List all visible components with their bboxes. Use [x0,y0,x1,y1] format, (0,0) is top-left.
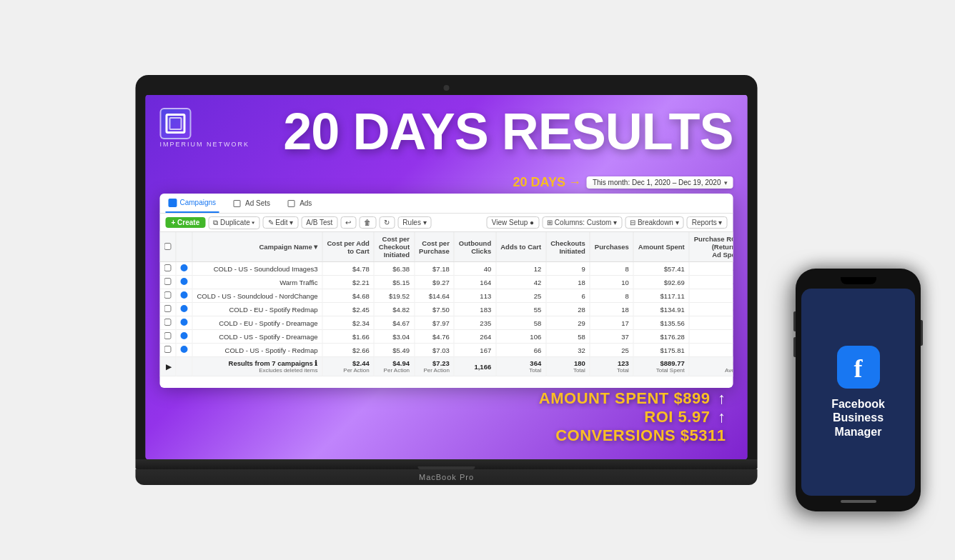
row-purchases: 18 [590,303,633,316]
row-checkbox[interactable] [160,330,177,344]
row-cpp: $4.76 [415,330,455,344]
table-row[interactable]: COLD - US - Soundcloud - NordChange $4.6… [160,289,733,303]
date-dropdown-icon[interactable]: ▾ [724,179,728,186]
total-empty [176,357,192,376]
laptop-label: MacBook Pro [419,473,474,481]
row-clicks: 167 [454,344,495,357]
table-row[interactable]: COLD - EU - Spotify Redmap $2.45 $4.82 $… [160,303,733,316]
row-purchases: 10 [590,276,633,289]
create-button[interactable]: + Create [166,217,206,228]
total-expand[interactable]: ▶ [160,357,177,376]
row-status [176,262,192,276]
row-campaign-name[interactable]: COLD - EU - Spotify Redmap [192,303,322,316]
row-checkbox[interactable] [160,276,177,289]
row-campaign-name[interactable]: COLD - US - Spotify - Redmap [192,344,322,357]
row-adds: 42 [496,276,546,289]
row-campaign-name[interactable]: COLD - US - Soundcloud - NordChange [192,289,322,303]
table-row[interactable]: COLD - EU - Spotify - Dreamage $2.34 $4.… [160,316,733,330]
select-all-header[interactable] [160,232,177,262]
phone-vol-up [793,311,796,331]
roi-stat: ROI 5.97 ↑ [644,408,726,426]
row-purchases: 17 [590,316,633,330]
undo-button[interactable]: ↩ [340,216,356,229]
row-checkouts: 6 [546,289,590,303]
tab-adsets[interactable]: Ad Sets [230,199,273,207]
date-badge: + Create This month: Dec 1, 2020 – Dec 1… [587,176,733,189]
row-spent: $176.28 [633,330,689,344]
row-checkbox[interactable] [160,316,177,330]
days-arrow: → [568,175,581,190]
columns-button[interactable]: ⊞ Columns: Custom ▾ [542,216,622,229]
table-row[interactable]: Warm Traffic $2.21 $5.15 $9.27 164 42 18… [160,276,733,289]
phone-brand-line2: Business [831,411,885,424]
row-checkbox[interactable] [160,344,177,357]
phone-power [921,320,923,346]
row-status [176,276,192,289]
roas-header: Purchase ROAS(Return onAd Spend) [689,232,733,262]
row-cpp: $9.27 [415,276,455,289]
rules-button[interactable]: Rules ▾ [397,216,431,229]
cost-checkout-header: Cost perCheckoutInitiated [374,232,414,262]
fb-table-overlay: Campaigns Ad Sets Ads + Create [160,194,733,388]
adsets-icon [233,200,240,207]
phone-vol-down [793,337,796,357]
row-campaign-name[interactable]: COLD - US - Spotify - Dreamage [192,330,322,344]
amount-spent-header: Amount Spent [633,232,689,262]
table-row[interactable]: COLD - US - Spotify - Dreamage $1.66 $3.… [160,330,733,344]
row-status [176,316,192,330]
total-purchases: 123Total [590,357,633,376]
row-cpc: $5.15 [374,276,414,289]
conversions-stat: CONVERSIONS $5311 [555,426,726,445]
view-setup-button[interactable]: View Setup ● [487,216,539,229]
days-label: 20 DAYS → [513,175,581,190]
row-checkouts: 18 [546,276,590,289]
row-cpc: $19.52 [374,289,414,303]
adds-cart-header: Adds to Cart [496,232,546,262]
row-clicks: 113 [454,289,495,303]
delete-button[interactable]: 🗑 [359,216,376,229]
row-campaign-name[interactable]: COLD - US - Soundcloud Images3 [192,262,322,276]
row-adds: 55 [496,303,546,316]
row-spent: $134.91 [633,303,689,316]
row-status [176,330,192,344]
row-campaign-name[interactable]: Warm Traffic [192,276,322,289]
logo-area: IMPERIUM NETWORK [160,108,250,148]
row-adds: 106 [496,330,546,344]
row-spent: $117.11 [633,289,689,303]
row-campaign-name[interactable]: COLD - EU - Spotify - Dreamage [192,316,322,330]
row-purchases: 8 [590,262,633,276]
tab-campaigns[interactable]: Campaigns [166,194,219,213]
row-cpp: $7.03 [415,344,455,357]
phone-screen: f Facebook Business Manager [801,289,915,496]
total-row: ▶ Results from 7 campaigns ℹExcludes del… [160,357,733,376]
ab-test-button[interactable]: A/B Test [301,216,337,229]
row-status [176,344,192,357]
breakdown-button[interactable]: ⊟ Breakdown ▾ [625,216,684,229]
row-roas: 4.40 [689,262,733,276]
row-checkbox[interactable] [160,262,177,276]
edit-button[interactable]: ✎ Edit ▾ [263,216,299,229]
row-checkbox[interactable] [160,289,177,303]
table-row[interactable]: COLD - US - Soundcloud Images3 $4.78 $6.… [160,262,733,276]
row-clicks: 183 [454,303,495,316]
fb-logo-letter: f [854,356,863,381]
refresh-button[interactable]: ↻ [379,216,395,229]
row-clicks: 235 [454,316,495,330]
reports-button[interactable]: Reports ▾ [687,216,728,229]
row-checkbox[interactable] [160,303,177,316]
phone: f Facebook Business Manager [796,269,921,511]
stats-overlay: AMOUNT SPENT $899 ↑ ROI 5.97 ↑ CONVERSIO… [174,389,726,445]
laptop-hinge [136,459,758,469]
tab-ads[interactable]: Ads [284,199,315,207]
row-checkouts: 9 [546,262,590,276]
duplicate-button[interactable]: ⧉ Duplicate ▾ [208,216,259,229]
row-cpp: $7.50 [415,303,455,316]
row-roas: 9.58 [689,330,733,344]
table-row[interactable]: COLD - US - Spotify - Redmap $2.66 $5.49… [160,344,733,357]
total-cpp: $7.23Per Action [415,357,455,376]
laptop-bezel: IMPERIUM NETWORK 20 DAYS RESULTS 20 DAYS… [136,75,758,459]
main-title: 20 DAYS RESULTS [239,106,733,157]
row-clicks: 164 [454,276,495,289]
outbound-clicks-header: OutboundClicks [454,232,495,262]
row-roas: 2.82 [689,289,733,303]
